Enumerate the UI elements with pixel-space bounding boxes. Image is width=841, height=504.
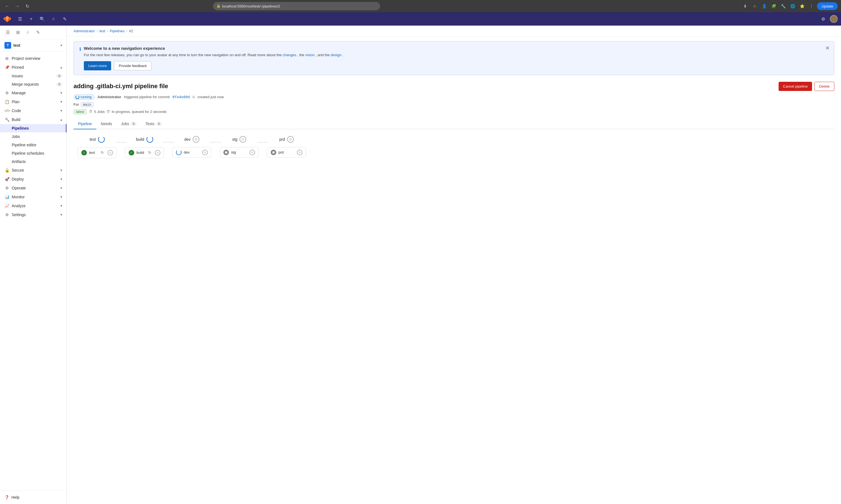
sidebar-item-pipeline-editor[interactable]: Pipeline editor xyxy=(0,141,67,149)
sidebar-group-plan[interactable]: 📋 Plan ▾ xyxy=(0,97,67,106)
job-test-retry-button[interactable]: ↻ xyxy=(99,150,105,156)
sidebar-item-jobs[interactable]: Jobs xyxy=(0,132,67,141)
issues-badge: 0 xyxy=(56,74,62,78)
tab-needs[interactable]: Needs xyxy=(96,119,116,129)
help-label: Help xyxy=(12,495,19,500)
chevron-down-icon: ▾ xyxy=(61,100,62,104)
breadcrumb-test[interactable]: test xyxy=(99,29,105,33)
sidebar-group-operate[interactable]: ⚙ Operate ▾ xyxy=(0,184,67,193)
banner-body-text: For the next few releases, you can go to… xyxy=(84,53,282,57)
jobs-count: 5 Jobs xyxy=(94,110,105,114)
commit-hash-link[interactable]: 0fe4e09d xyxy=(172,95,190,99)
page-title: adding .gitlab-ci.yml pipeline file xyxy=(73,83,168,90)
pipeline-created-text: created just now xyxy=(198,95,224,99)
extension3-icon[interactable]: 🌐 xyxy=(789,2,796,10)
sidebar-group-code[interactable]: </> Code ▾ xyxy=(0,106,67,115)
issues-icon[interactable]: ✎ xyxy=(60,15,69,23)
search-icon[interactable]: 🔍 xyxy=(38,15,47,23)
provide-feedback-button[interactable]: Provide feedback xyxy=(114,61,151,70)
sidebar-group-manage[interactable]: ⚙ Manage ▾ xyxy=(0,88,67,97)
reload-button[interactable]: ↻ xyxy=(23,2,31,10)
sidebar-item-artifacts[interactable]: Artifacts xyxy=(0,158,67,166)
tab-tests[interactable]: Tests 0 xyxy=(141,119,166,129)
extension-icon[interactable]: 🧩 xyxy=(770,2,777,10)
breadcrumb: Administrator › test › Pipelines › #2 xyxy=(67,25,841,37)
sidebar-edit-icon[interactable]: ✎ xyxy=(33,28,42,37)
sidebar-toggle-icon[interactable]: ☰ xyxy=(16,15,24,23)
learn-more-button[interactable]: Learn more xyxy=(84,61,111,70)
help-icon: ❓ xyxy=(4,495,9,500)
menu-icon[interactable]: ⋮ xyxy=(808,2,816,10)
stage-build-label: build xyxy=(136,137,144,142)
download-icon[interactable]: ⬇ xyxy=(741,2,749,10)
banner-link-design[interactable]: design xyxy=(331,53,341,57)
stage-prd: prd ⊘ prd ⊘ xyxy=(263,136,310,158)
job-build-retry-button[interactable]: ↻ xyxy=(147,150,153,156)
avatar[interactable] xyxy=(830,15,838,23)
sidebar-item-pipeline-schedules[interactable]: Pipeline schedules xyxy=(0,149,67,158)
sidebar-item-merge-requests[interactable]: Merge requests 0 xyxy=(0,80,67,88)
job-stg[interactable]: stg ⊘ xyxy=(220,147,259,158)
update-button[interactable]: Update xyxy=(817,2,838,10)
sidebar-merge-icon[interactable]: ⑃ xyxy=(23,28,32,37)
breadcrumb-pipelines[interactable]: Pipelines xyxy=(110,29,124,33)
extension2-icon[interactable]: 🔧 xyxy=(779,2,787,10)
stage-test-running-icon xyxy=(98,136,105,143)
project-header[interactable]: T test ▾ xyxy=(0,39,67,52)
sidebar-collapse-icon[interactable]: ☰ xyxy=(3,28,12,37)
gitlab-logo[interactable] xyxy=(3,15,11,23)
sidebar-item-pipelines[interactable]: Pipelines xyxy=(0,124,67,132)
chevron-down-icon: ▾ xyxy=(61,43,62,47)
sidebar-group-plan-label: Plan xyxy=(12,100,58,104)
pipeline-schedules-label: Pipeline schedules xyxy=(12,151,62,156)
stage-dev-header: dev ⊘ xyxy=(184,136,200,143)
banner-close-button[interactable]: ✕ xyxy=(824,45,831,52)
banner-link-changes[interactable]: changes xyxy=(282,53,296,57)
sidebar-group-settings[interactable]: ⚙ Settings ▾ xyxy=(0,210,67,219)
merge-requests-label: Merge requests xyxy=(12,82,54,87)
sidebar-group-build[interactable]: 🔨 Build ▴ xyxy=(0,115,67,124)
delete-pipeline-button[interactable]: Delete xyxy=(814,82,834,91)
banner-link-vision[interactable]: vision xyxy=(305,53,314,57)
sidebar-group-pinned[interactable]: 📌 Pinned ▴ xyxy=(0,63,67,72)
new-item-icon[interactable]: + xyxy=(27,15,36,23)
stage-prd-skip-icon: ⊘ xyxy=(287,136,294,143)
job-build[interactable]: ✓ build ↻ ⊘ xyxy=(125,147,164,158)
back-button[interactable]: ← xyxy=(3,2,11,10)
tab-needs-label: Needs xyxy=(101,122,112,126)
settings-icon[interactable]: ⚙ xyxy=(819,15,828,23)
sidebar-group-deploy[interactable]: 🚀 Deploy ▾ xyxy=(0,175,67,184)
job-test[interactable]: ✓ test ↻ ⊘ xyxy=(78,147,117,158)
sidebar-group-operate-label: Operate xyxy=(12,186,58,190)
sidebar-group-monitor[interactable]: 📊 Monitor ▾ xyxy=(0,193,67,201)
job-dev[interactable]: dev ⊘ xyxy=(172,147,211,158)
stage-test-header: test xyxy=(90,136,105,143)
sidebar-group-secure[interactable]: 🔒 Secure ▾ xyxy=(0,166,67,175)
pipeline-editor-label: Pipeline editor xyxy=(12,143,62,147)
job-prd[interactable]: prd ⊘ xyxy=(267,147,306,158)
profile-icon[interactable]: 👤 xyxy=(760,2,768,10)
breadcrumb-sep-1: › xyxy=(97,29,98,33)
sidebar-help[interactable]: ❓ Help xyxy=(4,493,62,502)
bookmark-icon[interactable]: ☆ xyxy=(751,2,759,10)
sidebar-item-project-overview[interactable]: ⊞ Project overview xyxy=(0,54,67,63)
sidebar-home-icon[interactable]: ⊞ xyxy=(13,28,22,37)
breadcrumb-sep-2: › xyxy=(107,29,108,33)
address-bar[interactable]: 🔒 localhost:5580/root/test/-/pipelines/2 xyxy=(213,2,380,10)
cancel-pipeline-button[interactable]: Cancel pipeline xyxy=(778,82,812,91)
extension4-icon[interactable]: ⭐ xyxy=(798,2,806,10)
tab-pipeline[interactable]: Pipeline xyxy=(73,119,96,129)
pipeline-action-text: triggered pipeline for commit xyxy=(124,95,170,99)
sidebar-group-analyze[interactable]: 📈 Analyze ▾ xyxy=(0,201,67,210)
forward-button[interactable]: → xyxy=(13,2,21,10)
banner-body-middle2: , and the xyxy=(315,53,330,57)
pipeline-actions: Cancel pipeline Delete xyxy=(778,82,834,91)
merge-requests-icon[interactable]: ⑃ xyxy=(49,15,58,23)
sidebar-item-issues[interactable]: Issues 0 xyxy=(0,72,67,80)
tab-jobs[interactable]: Jobs 5 xyxy=(116,119,141,129)
pipeline-stages: test ✓ test ↻ ⊘ xyxy=(73,136,834,158)
stage-test: test ✓ test ↻ ⊘ xyxy=(73,136,121,158)
breadcrumb-administrator[interactable]: Administrator xyxy=(73,29,95,33)
job-dev-skip-icon: ⊘ xyxy=(202,150,208,155)
copy-icon[interactable]: ⎘ xyxy=(193,95,195,99)
